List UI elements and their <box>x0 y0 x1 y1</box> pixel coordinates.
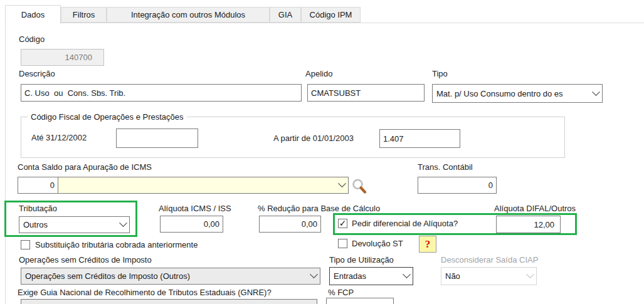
descricao-input[interactable]: C. Uso ou Cons. Sbs. Trib. <box>21 84 302 102</box>
reducao-base-label: % Redução para Base de Cálculo <box>258 204 380 213</box>
apelido-input[interactable]: CMATSUBST <box>307 84 425 102</box>
cfop-apartir-input[interactable]: 1.407 <box>379 129 460 148</box>
devolucao-st-help-button[interactable]: ? <box>419 236 436 253</box>
aliquota-icms-label: Alíquota ICMS / ISS <box>159 204 231 213</box>
tributacao-value: Outros <box>19 220 117 229</box>
codigo-field: 140700 <box>21 49 104 66</box>
desconsiderar-ciap-value: Não <box>441 271 524 281</box>
cfop-apartir-value: 1.407 <box>380 134 460 144</box>
tributacao-select[interactable]: Outros <box>19 216 130 233</box>
chevron-down-icon[interactable] <box>589 91 602 97</box>
tab-label: Código IPM <box>310 10 352 19</box>
descricao-label: Descrição <box>19 69 55 78</box>
conta-saldo-label: Conta Saldo para Apuração de ICMS <box>18 162 152 172</box>
substituicao-checkbox[interactable] <box>21 240 30 249</box>
chevron-down-icon[interactable] <box>117 222 129 228</box>
chevron-down-icon[interactable] <box>335 182 348 188</box>
tab-strip-divider <box>5 23 644 23</box>
chevron-down-icon[interactable] <box>307 273 320 279</box>
operacoes-value: Operações sem Créditos de Imposto (Outro… <box>21 271 307 281</box>
chevron-down-icon[interactable] <box>400 273 413 279</box>
tab-filtros[interactable]: Filtros <box>61 7 107 23</box>
tipo-utilizacao-value: Entradas <box>330 271 400 281</box>
conta-saldo-code-value: 0 <box>18 181 58 190</box>
aliquota-icms-value: 0,00 <box>161 219 223 229</box>
tipo-label: Tipo <box>432 69 448 78</box>
reducao-base-input[interactable]: 0,00 <box>259 216 321 233</box>
aliquota-difal-value: 12,00 <box>497 220 560 229</box>
tipo-select[interactable]: Mat. p/ Uso Consumo dentro do es <box>432 84 603 103</box>
form-window: Dados Filtros Integração com outros Módu… <box>0 0 644 304</box>
cfop-legend: Código Fiscal de Operações e Prestações <box>28 112 187 122</box>
tab-label: Filtros <box>73 10 95 19</box>
tab-integracao[interactable]: Integração com outros Módulos <box>107 7 270 23</box>
trans-contabil-label: Trans. Contábil <box>418 162 473 172</box>
tipo-utilizacao-label: Tipo de Utilização <box>329 255 394 265</box>
search-icon[interactable] <box>351 178 367 194</box>
aliquota-icms-input[interactable]: 0,00 <box>160 216 223 233</box>
tab-codigo-ipm[interactable]: Código IPM <box>301 7 361 23</box>
aliquota-difal-input[interactable]: 12,00 <box>496 216 561 233</box>
devolucao-st-checkbox[interactable] <box>338 239 347 248</box>
tributacao-label: Tributação <box>19 204 57 213</box>
conta-saldo-code-input[interactable]: 0 <box>18 177 58 194</box>
tab-label: GIA <box>278 10 292 19</box>
cfop-ate-input[interactable] <box>116 128 198 148</box>
gnre-label: Exige Guia Nacional de Recolhimento de T… <box>18 288 272 297</box>
apelido-label: Apelido <box>305 69 332 78</box>
panel-left-border <box>5 23 6 304</box>
chevron-down-icon <box>524 273 536 279</box>
pedir-diferencial-checkbox[interactable] <box>338 219 347 228</box>
trans-contabil-input[interactable]: 0 <box>418 177 497 194</box>
fcp-input[interactable] <box>326 298 394 304</box>
pedir-diferencial-label: Pedir diferencial de Alíquota? <box>352 219 458 228</box>
devolucao-st-label: Devolução ST <box>352 239 403 248</box>
tab-gia[interactable]: GIA <box>270 7 301 23</box>
tab-label: Integração com outros Módulos <box>131 10 245 19</box>
fcp-label: % FCP <box>328 288 354 297</box>
codigo-label: Código <box>19 34 45 44</box>
aliquota-difal-label: Alíquota DIFAL/Outros <box>494 204 576 213</box>
conta-saldo-account-select[interactable] <box>58 177 349 194</box>
tipo-value: Mat. p/ Uso Consumo dentro do es <box>433 89 589 98</box>
cfop-ate-label: Até 31/12/2002 <box>31 133 87 142</box>
reducao-base-value: 0,00 <box>260 219 320 229</box>
tipo-utilizacao-select[interactable]: Entradas <box>329 267 413 285</box>
tab-dados[interactable]: Dados <box>5 5 61 24</box>
tab-label: Dados <box>21 10 45 19</box>
substituicao-label: Substituição tributária cobrada anterior… <box>35 240 198 249</box>
operacoes-label: Operações sem Créditos de Imposto <box>19 255 152 265</box>
gnre-select[interactable] <box>21 299 317 304</box>
descricao-value: C. Uso ou Cons. Sbs. Trib. <box>21 88 301 98</box>
trans-contabil-value: 0 <box>418 181 496 190</box>
operacoes-select[interactable]: Operações sem Créditos de Imposto (Outro… <box>21 268 320 285</box>
apelido-value: CMATSUBST <box>308 88 424 98</box>
desconsiderar-ciap-label: Desconsiderar Saída CIAP <box>441 255 538 265</box>
codigo-value: 140700 <box>21 53 103 62</box>
cfop-apartir-label: A partir de 01/01/2003 <box>273 134 354 143</box>
desconsiderar-ciap-select: Não <box>441 267 537 285</box>
